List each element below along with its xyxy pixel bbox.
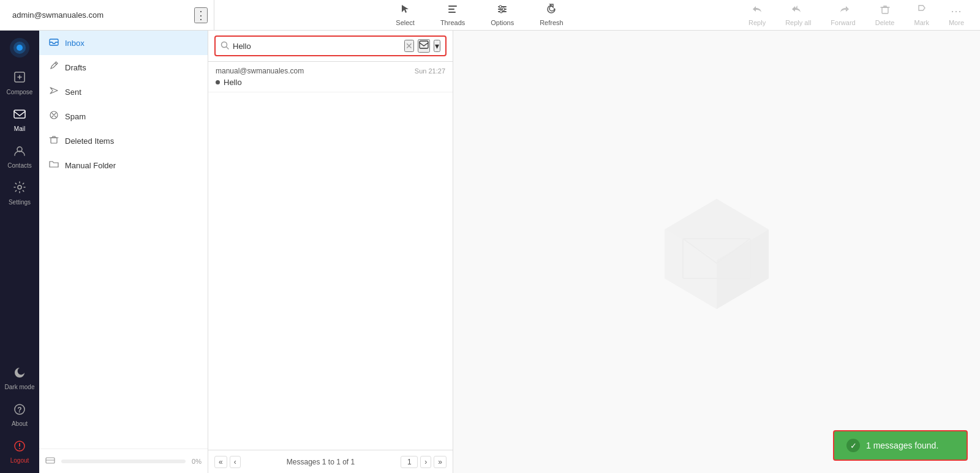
folder-manual[interactable]: Manual Folder [39,153,208,177]
folder-spam[interactable]: Spam [39,104,208,128]
search-inner: ✕ ▾ [214,35,447,56]
toast-message: 1 messages found. [866,441,938,450]
storage-progress [61,460,186,463]
more-button[interactable]: ⋯ More [945,2,968,29]
forward-icon [837,4,850,18]
inbox-icon [49,37,59,49]
app-logo [0,31,39,64]
nav-mail[interactable]: Mail [0,101,39,138]
unread-dot [216,80,220,84]
trash-icon [49,135,59,147]
svg-rect-0 [448,6,457,7]
spam-icon [49,110,59,122]
search-icon [221,41,229,51]
last-page-button[interactable]: » [434,456,447,468]
reply-icon [752,4,763,18]
pagination-info: Messages 1 to 1 of 1 [287,458,355,466]
nav-compose[interactable]: Compose [0,64,39,101]
folder-sidebar: Inbox Drafts Sent Spam [39,31,208,473]
svg-text:?: ? [17,406,21,414]
delete-icon [880,4,891,18]
compose-icon [13,70,26,87]
refresh-button[interactable]: Refresh [536,1,567,29]
threads-button[interactable]: Threads [437,1,469,29]
more-icon: ⋯ [951,4,962,18]
folder-icon [49,159,59,171]
sent-icon [49,86,59,98]
folder-inbox[interactable]: Inbox [39,31,208,55]
svg-rect-23 [51,138,57,143]
message-sender: manual@swmanuales.com [216,67,304,75]
contacts-icon [13,144,26,160]
settings-icon [13,181,26,197]
refresh-icon [546,4,557,18]
message-list: manual@swmanuales.com Sun 21:27 Hello [208,62,453,450]
mark-button[interactable]: Mark [910,1,932,29]
folder-drafts[interactable]: Drafts [39,55,208,80]
message-list-panel: ✕ ▾ manual@swmanuales.com Sun 21:27 Hell… [208,31,453,473]
svg-point-12 [17,45,23,51]
search-input[interactable] [233,42,401,51]
nav-settings[interactable]: Settings [0,174,39,211]
svg-point-16 [18,185,21,189]
nav-sidebar: Compose Mail Contacts Settings [0,31,39,473]
reply-button[interactable]: Reply [745,1,769,29]
select-button[interactable]: Select [392,1,418,29]
search-dropdown-button[interactable]: ▾ [434,40,440,52]
folder-deleted-items[interactable]: Deleted Items [39,128,208,153]
pagination-nav-right: 1 › » [401,456,447,468]
mail-icon [13,107,26,124]
user-menu-button[interactable]: ⋮ [194,7,208,23]
storage-percent: 0% [192,458,202,465]
options-icon [497,4,508,18]
svg-rect-14 [14,110,25,118]
folder-list: Inbox Drafts Sent Spam [39,31,208,449]
select-icon [400,4,411,18]
svg-point-20 [19,448,20,449]
first-page-button[interactable]: « [214,456,227,468]
message-subject: Hello [216,78,445,87]
about-icon: ? [13,403,26,419]
preview-panel [453,31,980,473]
reply-all-button[interactable]: Reply all [782,1,815,29]
nav-logout[interactable]: Logout [0,433,39,470]
folder-sent[interactable]: Sent [39,80,208,104]
svg-rect-2 [448,12,456,13]
prev-page-button[interactable]: ‹ [230,456,241,468]
search-filter-mail-button[interactable] [418,39,430,53]
storage-bar: 0% [39,449,208,473]
main-layout: Compose Mail Contacts Settings [0,31,980,473]
svg-rect-1 [448,9,454,10]
nav-contacts[interactable]: Contacts [0,138,39,174]
toolbar-right: Reply Reply all Forward Delete Mark [745,1,974,29]
current-page: 1 [401,456,418,468]
toolbar-center: Select Threads Options Refresh [214,1,745,29]
forward-button[interactable]: Forward [827,1,859,29]
svg-point-8 [500,10,502,13]
message-time: Sun 21:27 [415,67,445,75]
logout-icon [13,440,26,455]
nav-dark-mode[interactable]: Dark mode [0,360,39,397]
message-item[interactable]: manual@swmanuales.com Sun 21:27 Hello [208,62,453,92]
search-bar: ✕ ▾ [208,31,453,62]
svg-rect-26 [420,41,428,48]
delete-button[interactable]: Delete [872,1,899,29]
threads-icon [447,4,458,18]
message-pagination: « ‹ Messages 1 to 1 of 1 1 › » [208,450,453,473]
storage-icon [45,455,55,467]
toolbar: admin@swmanuales.com ⋮ Select Threads Op… [0,0,980,31]
search-clear-button[interactable]: ✕ [404,40,414,52]
mark-icon [916,4,927,18]
message-header: manual@swmanuales.com Sun 21:27 [216,67,445,75]
dark-mode-icon [13,367,26,382]
toast-check-icon [846,439,860,452]
reply-all-icon [791,4,805,18]
svg-rect-9 [882,7,888,13]
svg-point-7 [502,8,505,10]
user-email: admin@swmanuales.com [12,10,104,20]
svg-point-6 [499,6,502,8]
next-page-button[interactable]: › [420,456,431,468]
nav-about[interactable]: ? About [0,397,39,433]
options-button[interactable]: Options [487,1,518,29]
empty-preview-illustration [640,174,793,329]
